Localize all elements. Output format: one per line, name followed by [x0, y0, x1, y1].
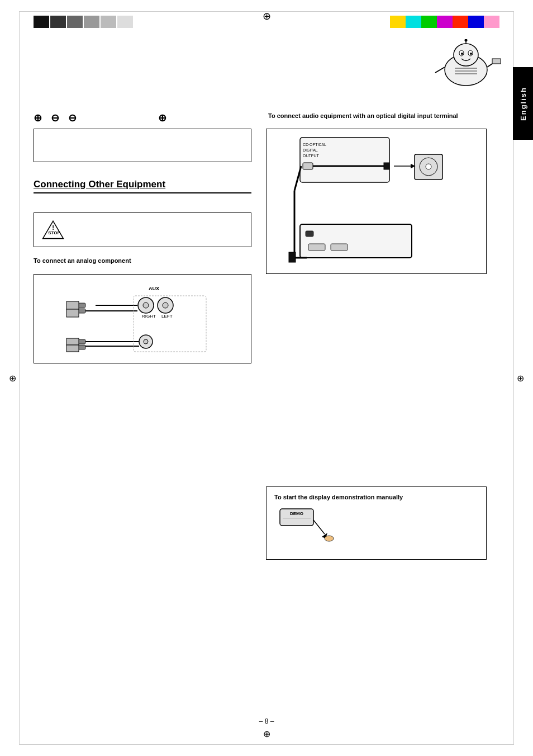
demo-svg: DEMO: [274, 506, 341, 551]
stop-icon: STOP !: [42, 219, 64, 241]
page-border-bottom: [19, 744, 514, 745]
analog-label: To connect an analog component: [34, 257, 131, 268]
svg-rect-18: [303, 163, 313, 169]
svg-text:STOP: STOP: [48, 230, 60, 235]
reg-mark-left: ⊕: [9, 373, 16, 384]
svg-text:!: !: [52, 224, 54, 231]
minus-symbol-1: ⊖: [51, 112, 59, 124]
svg-point-4: [461, 53, 463, 55]
warning-box: STOP !: [34, 212, 251, 247]
demo-box: To start the display demonstration manua…: [266, 486, 487, 560]
svg-rect-55: [66, 338, 79, 345]
section-title-area: Connecting Other Equipment: [34, 179, 251, 200]
section-title: Connecting Other Equipment: [34, 179, 251, 193]
svg-point-7: [465, 39, 468, 42]
reg-mark-right: ⊕: [517, 373, 524, 384]
minus-symbol-2: ⊖: [68, 112, 77, 124]
color-bars: [390, 16, 499, 28]
svg-point-50: [144, 339, 148, 344]
svg-line-8: [435, 67, 445, 73]
svg-rect-20: [384, 163, 389, 169]
svg-rect-26: [308, 244, 325, 251]
page-border-left: [19, 11, 20, 745]
optical-title: To connect audio equipment with an optic…: [268, 112, 480, 120]
svg-text:RIGHT: RIGHT: [142, 314, 156, 319]
svg-point-38: [143, 303, 149, 308]
svg-rect-32: [289, 252, 296, 262]
gray-bars: [34, 16, 133, 28]
description-box: [34, 129, 251, 162]
reg-mark-top: ⊕: [263, 10, 271, 22]
svg-text:DIGITAL: DIGITAL: [303, 148, 318, 152]
optical-title-area: To connect audio equipment with an optic…: [268, 112, 480, 125]
svg-rect-28: [306, 231, 313, 237]
analog-diagram-box: AUX RIGHT LEFT: [34, 274, 251, 363]
svg-rect-48: [66, 309, 79, 317]
crosshair-symbol: ⊕: [158, 112, 166, 124]
svg-point-1: [454, 44, 478, 66]
svg-point-5: [470, 53, 472, 55]
optical-diagram-box: CD·OPTICAL DIGITAL OUTPUT: [266, 129, 487, 274]
svg-text:CD·OPTICAL: CD·OPTICAL: [303, 143, 326, 147]
analog-connection-svg: AUX RIGHT LEFT: [40, 280, 246, 364]
svg-point-63: [325, 536, 334, 541]
mascot-illustration: [430, 39, 502, 89]
analog-sub-label: To connect an analog component: [34, 257, 131, 264]
svg-text:DEMO: DEMO: [290, 511, 303, 516]
plus-symbol: ⊕: [34, 112, 42, 124]
optical-connection-svg: CD·OPTICAL DIGITAL OUTPUT: [272, 135, 479, 269]
svg-rect-27: [331, 244, 348, 251]
svg-rect-25: [300, 224, 412, 258]
page-number: – 8 –: [259, 717, 274, 725]
optical-diagram-container: CD·OPTICAL DIGITAL OUTPUT: [266, 129, 487, 282]
demo-box-container: To start the display demonstration manua…: [266, 486, 487, 560]
svg-point-23: [426, 164, 431, 169]
reg-mark-bottom: ⊕: [263, 729, 270, 739]
demo-box-title: To start the display demonstration manua…: [274, 494, 478, 500]
svg-rect-47: [66, 301, 79, 309]
analog-diagram-container: AUX RIGHT LEFT: [34, 274, 251, 369]
svg-text:OUTPUT: OUTPUT: [303, 154, 320, 158]
svg-rect-56: [66, 345, 79, 352]
svg-text:AUX: AUX: [149, 286, 159, 291]
language-tab: English: [513, 67, 533, 140]
symbols-area: ⊕ ⊖ ⊖ ⊕: [34, 112, 166, 129]
warning-box-container: STOP !: [34, 212, 251, 255]
svg-line-61: [313, 520, 325, 534]
svg-point-40: [163, 303, 168, 308]
svg-text:LEFT: LEFT: [161, 314, 173, 319]
language-label: English: [519, 87, 527, 121]
svg-rect-10: [492, 59, 501, 64]
page: ⊕ ⊕ ⊕ English: [0, 0, 533, 756]
